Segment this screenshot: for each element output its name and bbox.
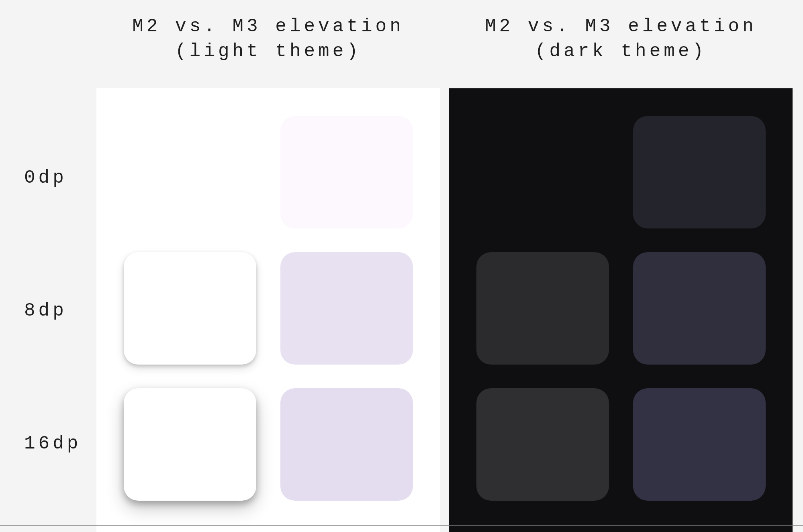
swatch-m2-light-16dp	[124, 388, 256, 501]
diagram-canvas: M2 vs. M3 elevation (light theme) M2 vs.…	[0, 0, 803, 528]
cell-m3-light-8dp	[279, 249, 414, 368]
swatch-m3-dark-0dp	[633, 116, 766, 228]
cell-m2-dark-8dp	[475, 249, 610, 368]
panel-light-theme	[96, 88, 440, 532]
cell-m3-dark-0dp	[632, 112, 766, 232]
swatch-m2-dark-0dp	[476, 116, 609, 228]
panel-dark-theme	[449, 88, 793, 532]
row-label-16dp: 16dp	[0, 433, 92, 454]
heading-light: M2 vs. M3 elevation (light theme)	[96, 14, 440, 64]
cell-m2-light-0dp	[123, 112, 257, 232]
cell-m3-dark-8dp	[632, 249, 766, 368]
heading-dark: M2 vs. M3 elevation (dark theme)	[449, 14, 793, 64]
swatch-m2-light-8dp	[124, 252, 256, 365]
row-label-8dp: 8dp	[0, 300, 92, 321]
cell-m3-light-16dp	[279, 385, 414, 504]
cell-m2-dark-0dp	[475, 112, 610, 232]
swatch-m3-light-0dp	[280, 116, 413, 228]
swatch-m3-dark-8dp	[633, 252, 766, 365]
divider-bottom	[0, 525, 803, 526]
cell-m2-light-16dp	[123, 385, 257, 504]
swatch-m2-dark-8dp	[476, 252, 609, 365]
cell-m2-light-8dp	[123, 249, 257, 368]
row-label-0dp: 0dp	[0, 167, 92, 188]
swatch-m2-light-0dp	[124, 116, 256, 228]
swatch-m3-light-16dp	[280, 388, 413, 501]
cell-m3-light-0dp	[279, 112, 414, 232]
cell-m3-dark-16dp	[632, 385, 766, 504]
swatch-m2-dark-16dp	[476, 388, 609, 501]
cell-m2-dark-16dp	[475, 385, 610, 504]
swatch-m3-light-8dp	[280, 252, 413, 365]
swatch-m3-dark-16dp	[633, 388, 766, 501]
